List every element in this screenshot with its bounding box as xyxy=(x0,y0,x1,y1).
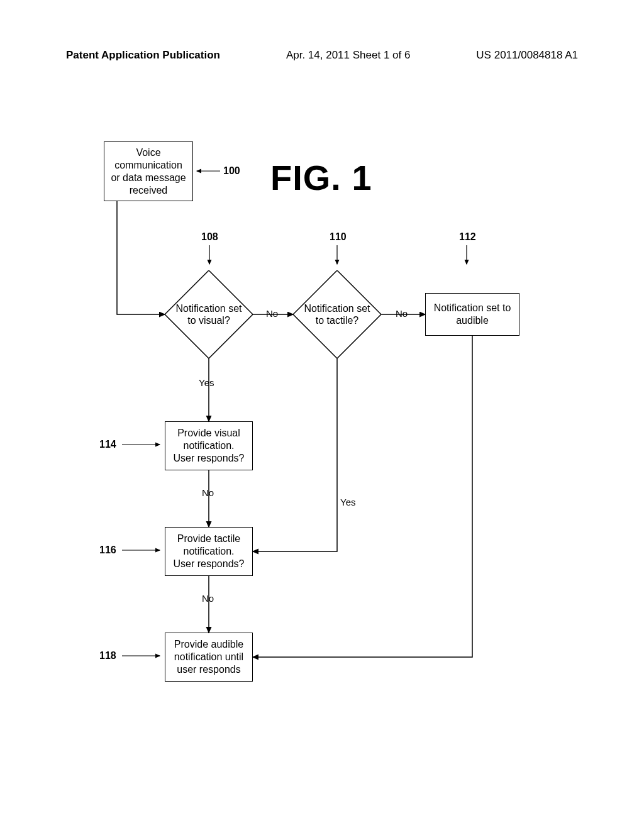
edge-108-yes: Yes xyxy=(199,377,214,388)
edge-108-no: No xyxy=(266,308,278,319)
ref-108: 108 xyxy=(201,231,218,243)
node-audible-notify: Provide audible notification until user … xyxy=(165,633,253,682)
node-audible-set-text: Notification set to audible xyxy=(432,302,513,327)
ref-110: 110 xyxy=(330,231,347,243)
header-publication: Patent Application Publication xyxy=(66,49,220,62)
node-visual-notify-text: Provide visual notification. User respon… xyxy=(172,427,246,465)
page-header: Patent Application Publication Apr. 14, … xyxy=(0,49,644,62)
edge-114-no: No xyxy=(202,487,214,498)
node-decision-visual-text: Notification set to visual? xyxy=(174,302,243,326)
ref-116: 116 xyxy=(99,545,116,556)
node-visual-notify: Provide visual notification. User respon… xyxy=(165,421,253,470)
edge-116-no: No xyxy=(202,593,214,604)
connector-lines xyxy=(0,0,644,830)
ref-114: 114 xyxy=(99,439,116,450)
node-audible-notify-text: Provide audible notification until user … xyxy=(172,638,246,676)
header-date-sheet: Apr. 14, 2011 Sheet 1 of 6 xyxy=(286,49,411,62)
node-start: Voice communication or data message rece… xyxy=(104,141,193,201)
node-decision-tactile: Notification set to tactile? xyxy=(293,270,381,358)
node-decision-tactile-text: Notification set to tactile? xyxy=(303,302,372,326)
node-tactile-notify: Provide tactile notification. User respo… xyxy=(165,527,253,576)
ref-118: 118 xyxy=(99,650,116,661)
header-pubnum: US 2011/0084818 A1 xyxy=(476,49,578,62)
ref-112: 112 xyxy=(459,231,476,243)
edge-110-no: No xyxy=(396,308,408,319)
figure-title: FIG. 1 xyxy=(270,157,372,198)
node-decision-visual: Notification set to visual? xyxy=(165,270,253,358)
node-tactile-notify-text: Provide tactile notification. User respo… xyxy=(172,533,246,570)
node-audible-set: Notification set to audible xyxy=(425,293,519,336)
node-start-text: Voice communication or data message rece… xyxy=(111,147,186,197)
ref-100: 100 xyxy=(223,165,240,177)
page: Patent Application Publication Apr. 14, … xyxy=(0,0,644,830)
edge-110-yes: Yes xyxy=(340,497,355,507)
